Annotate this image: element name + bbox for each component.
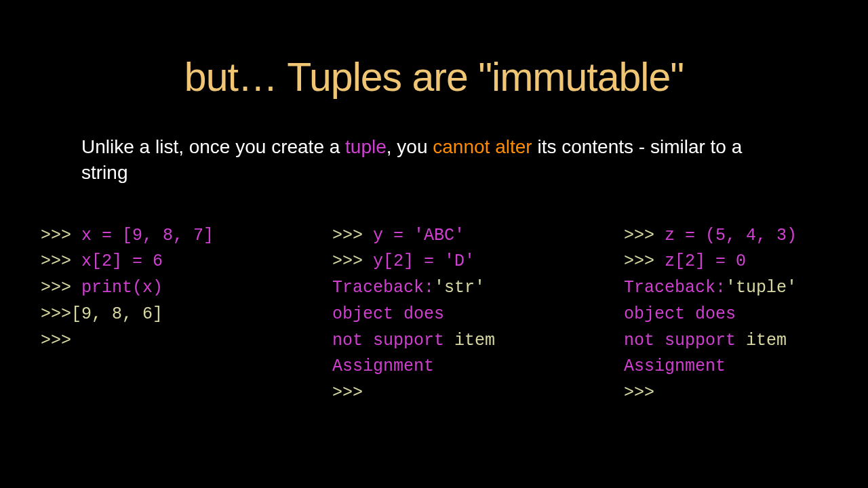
code-line: object does <box>332 302 604 328</box>
code: y[2] = 'D' <box>373 251 475 271</box>
code-line: >>> <box>332 380 604 407</box>
prompt: >>> <box>41 278 81 298</box>
prompt: >>> <box>624 226 665 245</box>
prompt: >>> <box>332 226 373 245</box>
code: print(x) <box>81 278 163 298</box>
code: z = (5, 4, 3) <box>665 226 797 245</box>
code-line: Traceback:'tuple' <box>624 275 868 302</box>
code: not support <box>624 331 746 350</box>
code: x[2] = 6 <box>81 251 163 271</box>
code-line: >>> x = [9, 8, 7] <box>41 223 312 249</box>
code: 'str' <box>434 278 485 298</box>
code-line: >>> print(x) <box>41 275 312 302</box>
traceback: Traceback: <box>332 278 434 298</box>
code: item <box>746 331 787 350</box>
slide: but… Tuples are "immutable" Unlike a lis… <box>0 0 868 488</box>
code-column-list: >>> x = [9, 8, 7] >>> x[2] = 6 >>> print… <box>41 223 312 407</box>
subtitle-tuple: tuple <box>345 136 387 157</box>
traceback: Traceback: <box>624 278 726 298</box>
code-line: >>> y[2] = 'D' <box>332 249 604 275</box>
code-line: Assignment <box>332 354 604 380</box>
prompt: >>> <box>332 251 373 271</box>
prompt: >>> <box>624 251 665 271</box>
code-line: >>> z = (5, 4, 3) <box>624 223 868 249</box>
code: x = [9, 8, 7] <box>81 226 214 245</box>
code-line: Assignment <box>624 354 868 380</box>
code-line: >>> x[2] = 6 <box>41 249 312 275</box>
code-line: Traceback:'str' <box>332 275 604 302</box>
slide-subtitle: Unlike a list, once you create a tuple, … <box>81 134 793 186</box>
slide-title: but… Tuples are "immutable" <box>41 54 827 100</box>
code-line: not support item <box>624 328 868 354</box>
prompt: >>> <box>41 226 81 245</box>
code-line: >>>[9, 8, 6] <box>41 302 312 328</box>
code-line: >>> <box>624 380 868 407</box>
code: item <box>454 331 495 350</box>
subtitle-part: Unlike a list, once you create a <box>81 136 345 157</box>
code: y = 'ABC' <box>373 226 465 245</box>
subtitle-cannot-alter: cannot alter <box>433 136 532 157</box>
code: 'tuple' <box>726 278 797 298</box>
code-line: >>> <box>41 328 312 354</box>
code-line: object does <box>624 302 868 328</box>
code: not support <box>332 331 454 350</box>
code-columns: >>> x = [9, 8, 7] >>> x[2] = 6 >>> print… <box>41 223 827 407</box>
code: z[2] = 0 <box>665 251 746 271</box>
subtitle-part: , you <box>387 136 433 157</box>
code-line: >>> y = 'ABC' <box>332 223 604 249</box>
code-line: >>> z[2] = 0 <box>624 249 868 275</box>
code-line: not support item <box>332 328 604 354</box>
prompt: >>> <box>41 251 81 271</box>
code-column-tuple: >>> z = (5, 4, 3) >>> z[2] = 0 Traceback… <box>624 223 868 407</box>
code-column-string: >>> y = 'ABC' >>> y[2] = 'D' Traceback:'… <box>332 223 604 407</box>
